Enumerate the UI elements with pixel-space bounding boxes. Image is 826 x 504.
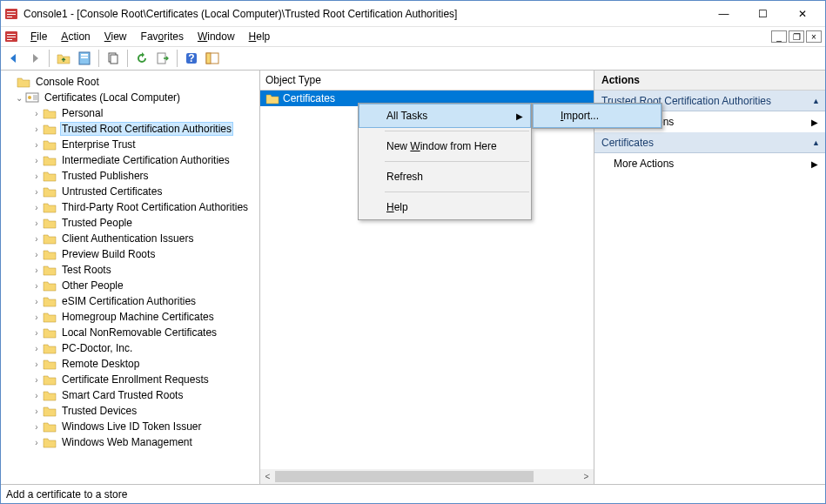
- window-title: Console1 - [Console Root\Certificates (L…: [24, 8, 704, 20]
- show-hide-button[interactable]: [203, 49, 222, 68]
- expander-icon[interactable]: ›: [30, 344, 43, 353]
- mdi-restore-button[interactable]: ❐: [789, 30, 804, 43]
- expander-icon[interactable]: ›: [30, 234, 43, 244]
- tree-node[interactable]: ›Trusted Devices: [1, 403, 259, 419]
- separator: [385, 131, 529, 131]
- titlebar: Console1 - [Console Root\Certificates (L…: [1, 1, 825, 27]
- tree-node-certificates[interactable]: ⌄ Certificates (Local Computer): [1, 90, 259, 105]
- tree-node[interactable]: ›Windows Live ID Token Issuer: [1, 419, 259, 434]
- expander-icon[interactable]: ›: [30, 438, 43, 447]
- tree-node[interactable]: ›Trusted Publishers: [1, 168, 259, 184]
- ctx-refresh[interactable]: Refresh: [359, 165, 531, 189]
- tree-node[interactable]: ›Homegroup Machine Certificates: [1, 309, 259, 325]
- mdi-minimize-button[interactable]: _: [771, 30, 787, 43]
- expander-icon[interactable]: ›: [30, 375, 43, 385]
- svg-rect-3: [81, 54, 88, 56]
- menu-help[interactable]: Help: [242, 29, 278, 44]
- tree-node[interactable]: ›Enterprise Trust: [1, 137, 259, 152]
- ctx-label: Import...: [561, 110, 599, 122]
- expander-icon[interactable]: ›: [30, 328, 43, 338]
- scroll-right-button[interactable]: >: [579, 469, 594, 484]
- menu-favorites[interactable]: Favorites: [134, 29, 191, 44]
- menu-window[interactable]: Window: [191, 29, 242, 44]
- tree-node[interactable]: ›Smart Card Trusted Roots: [1, 387, 259, 403]
- ctx-label: Refresh: [386, 171, 423, 183]
- tree-node[interactable]: ›Intermediate Certification Authorities: [1, 152, 259, 168]
- scroll-thumb[interactable]: [275, 471, 534, 482]
- tree-node[interactable]: ›Windows Web Management: [1, 434, 259, 450]
- scroll-left-button[interactable]: <: [260, 469, 275, 484]
- export-button[interactable]: [153, 49, 172, 68]
- tree-root[interactable]: Console Root: [1, 74, 259, 90]
- horizontal-scrollbar[interactable]: < >: [260, 469, 594, 484]
- tree-node[interactable]: ›PC-Doctor, Inc.: [1, 340, 259, 356]
- mdi-close-button[interactable]: ×: [806, 30, 822, 43]
- tree-node[interactable]: ›Client Authentication Issuers: [1, 231, 259, 246]
- tree-node[interactable]: ›Certificate Enrollment Requests: [1, 372, 259, 387]
- svg-text:?: ?: [188, 52, 194, 64]
- folder-icon: [43, 154, 57, 166]
- minimize-button[interactable]: —: [704, 1, 743, 26]
- back-button[interactable]: [4, 49, 24, 68]
- menu-action[interactable]: Action: [54, 29, 97, 44]
- tree-node[interactable]: ›Untrusted Certificates: [1, 184, 259, 199]
- svg-rect-11: [206, 53, 211, 64]
- up-button[interactable]: [54, 49, 73, 68]
- folder-icon: [43, 311, 57, 323]
- svg-point-13: [28, 96, 31, 99]
- expander-icon[interactable]: ›: [30, 422, 43, 432]
- folder-icon: [43, 170, 57, 182]
- close-button[interactable]: ✕: [782, 1, 822, 26]
- tree-node[interactable]: ›Third-Party Root Certification Authorit…: [1, 199, 259, 215]
- expander-icon[interactable]: ›: [30, 203, 43, 212]
- tree-node[interactable]: ›Personal: [1, 105, 259, 121]
- tree-label: Remote Desktop: [60, 358, 141, 370]
- expander-icon[interactable]: ›: [30, 312, 43, 322]
- expander-icon[interactable]: ›: [30, 171, 43, 181]
- help-button[interactable]: ?: [182, 49, 201, 68]
- expander-icon[interactable]: ›: [30, 360, 43, 369]
- mmc-icon: [4, 30, 18, 44]
- expander-icon[interactable]: ›: [30, 124, 43, 134]
- maximize-button[interactable]: ☐: [743, 1, 782, 26]
- copy-button[interactable]: [104, 49, 123, 68]
- tree-node[interactable]: ›Trusted Root Certification Authorities: [1, 121, 259, 137]
- folder-icon: [43, 279, 57, 292]
- tree-node[interactable]: ›Test Roots: [1, 262, 259, 278]
- actions-group-certs[interactable]: Certificates ▲: [594, 132, 825, 153]
- expander-icon[interactable]: ›: [30, 297, 43, 306]
- ctx-help[interactable]: Help: [359, 195, 531, 219]
- tree-node[interactable]: ›eSIM Certification Authorities: [1, 293, 259, 309]
- expander-icon[interactable]: ›: [30, 187, 43, 197]
- properties-button[interactable]: [75, 49, 94, 68]
- expander-icon[interactable]: ›: [30, 109, 43, 118]
- expander-icon[interactable]: ›: [30, 265, 43, 275]
- ctx-all-tasks[interactable]: All Tasks ▶: [359, 104, 531, 128]
- folder-icon: [43, 217, 57, 229]
- expander-icon[interactable]: ›: [30, 250, 43, 259]
- tree-node[interactable]: ›Other People: [1, 278, 259, 293]
- tree-node[interactable]: ›Remote Desktop: [1, 356, 259, 372]
- refresh-button[interactable]: [132, 49, 151, 68]
- ctx-import[interactable]: Import...: [533, 104, 661, 128]
- expander-icon[interactable]: ›: [30, 281, 43, 291]
- tree-label: Client Authentication Issuers: [60, 232, 195, 245]
- expander-icon[interactable]: ›: [30, 218, 43, 228]
- actions-more-2[interactable]: More Actions ▶: [594, 153, 825, 174]
- expander-icon[interactable]: ›: [30, 156, 43, 165]
- tree-label: eSIM Certification Authorities: [60, 295, 198, 307]
- tree-node[interactable]: ›Preview Build Roots: [1, 246, 259, 262]
- menu-view[interactable]: View: [97, 29, 134, 44]
- tree-pane[interactable]: Console Root ⌄ Certificates (Local Compu…: [1, 71, 260, 484]
- folder-icon: [43, 138, 57, 151]
- ctx-new-window[interactable]: New Window from Here: [359, 134, 531, 158]
- expander-icon[interactable]: ›: [30, 407, 43, 416]
- menu-file[interactable]: File: [24, 29, 54, 44]
- expander-icon[interactable]: ›: [30, 140, 43, 150]
- forward-button[interactable]: [25, 49, 44, 68]
- column-header-object-type[interactable]: Object Type: [260, 71, 594, 91]
- scroll-track[interactable]: [275, 469, 579, 484]
- expander-icon[interactable]: ›: [30, 391, 43, 400]
- tree-node[interactable]: ›Trusted People: [1, 215, 259, 231]
- tree-node[interactable]: ›Local NonRemovable Certificates: [1, 325, 259, 340]
